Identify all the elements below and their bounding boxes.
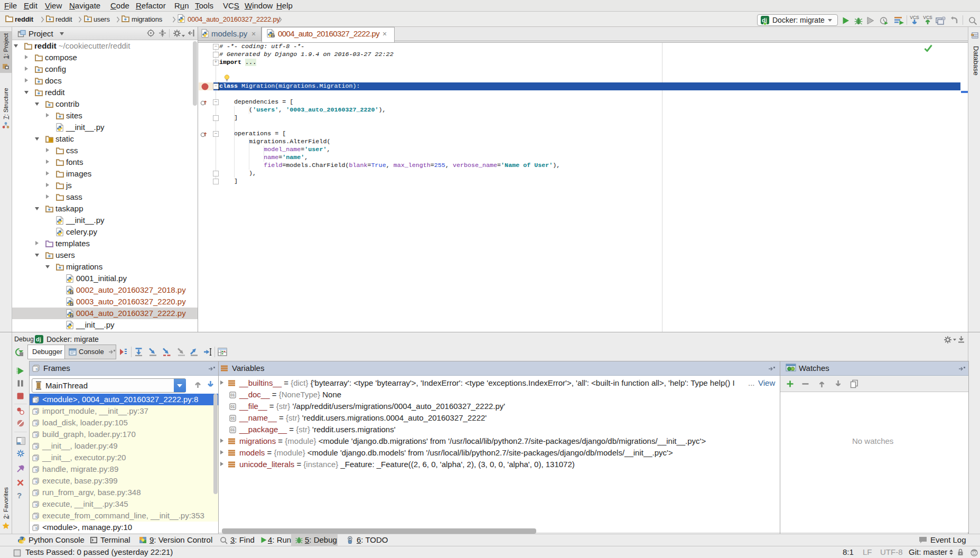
svg-text:VCS: VCS: [910, 15, 919, 20]
svg-text:VCS: VCS: [923, 15, 932, 20]
